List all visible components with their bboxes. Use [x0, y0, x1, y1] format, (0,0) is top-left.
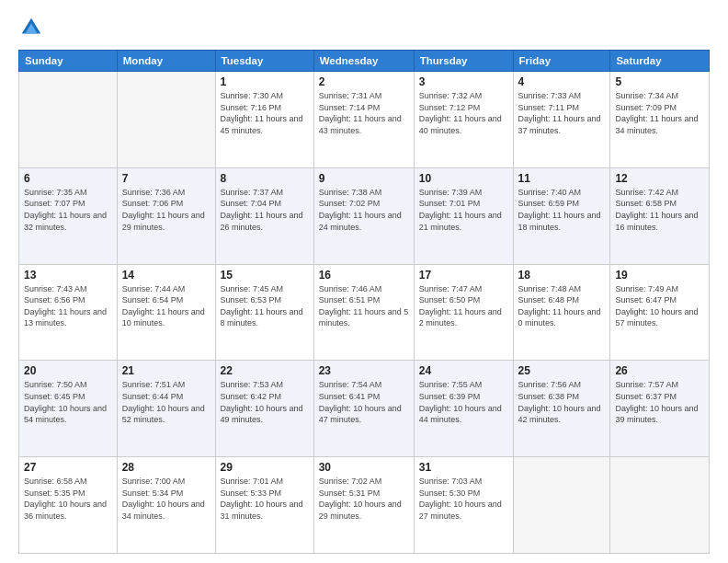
day-number: 10 — [419, 172, 508, 185]
calendar: SundayMondayTuesdayWednesdayThursdayFrid… — [18, 50, 710, 554]
calendar-cell: 18Sunrise: 7:48 AM Sunset: 6:48 PM Dayli… — [513, 264, 610, 361]
calendar-cell: 3Sunrise: 7:32 AM Sunset: 7:12 PM Daylig… — [414, 72, 513, 168]
day-number: 1 — [221, 75, 309, 88]
calendar-cell: 14Sunrise: 7:44 AM Sunset: 6:54 PM Dayli… — [117, 264, 215, 361]
day-of-week-header: Friday — [513, 51, 610, 72]
calendar-week-row: 13Sunrise: 7:43 AM Sunset: 6:56 PM Dayli… — [19, 264, 710, 361]
day-number: 22 — [221, 364, 309, 377]
day-info: Sunrise: 7:38 AM Sunset: 7:02 PM Dayligh… — [319, 187, 409, 233]
calendar-cell: 5Sunrise: 7:34 AM Sunset: 7:09 PM Daylig… — [610, 72, 710, 168]
day-of-week-header: Saturday — [610, 51, 710, 72]
day-info: Sunrise: 7:31 AM Sunset: 7:14 PM Dayligh… — [319, 90, 409, 136]
calendar-cell: 2Sunrise: 7:31 AM Sunset: 7:14 PM Daylig… — [313, 72, 414, 168]
calendar-cell: 20Sunrise: 7:50 AM Sunset: 6:45 PM Dayli… — [19, 361, 118, 457]
day-info: Sunrise: 7:00 AM Sunset: 5:34 PM Dayligh… — [122, 476, 210, 522]
day-of-week-header: Monday — [117, 51, 215, 72]
calendar-cell: 4Sunrise: 7:33 AM Sunset: 7:11 PM Daylig… — [513, 72, 610, 168]
day-number: 25 — [518, 364, 606, 377]
day-info: Sunrise: 7:03 AM Sunset: 5:30 PM Dayligh… — [419, 476, 508, 522]
calendar-cell: 7Sunrise: 7:36 AM Sunset: 7:06 PM Daylig… — [117, 167, 215, 264]
calendar-header-row: SundayMondayTuesdayWednesdayThursdayFrid… — [19, 51, 710, 72]
day-of-week-header: Sunday — [19, 51, 118, 72]
day-number: 31 — [419, 461, 508, 474]
day-number: 30 — [319, 461, 409, 474]
calendar-cell: 28Sunrise: 7:00 AM Sunset: 5:34 PM Dayli… — [117, 457, 215, 554]
calendar-cell: 13Sunrise: 7:43 AM Sunset: 6:56 PM Dayli… — [19, 264, 118, 361]
day-info: Sunrise: 7:47 AM Sunset: 6:50 PM Dayligh… — [419, 283, 508, 329]
day-number: 27 — [24, 461, 112, 474]
day-info: Sunrise: 7:50 AM Sunset: 6:45 PM Dayligh… — [24, 379, 112, 425]
calendar-cell: 15Sunrise: 7:45 AM Sunset: 6:53 PM Dayli… — [215, 264, 313, 361]
calendar-cell: 26Sunrise: 7:57 AM Sunset: 6:37 PM Dayli… — [610, 361, 710, 457]
day-number: 17 — [419, 269, 508, 282]
day-info: Sunrise: 7:42 AM Sunset: 6:58 PM Dayligh… — [615, 187, 704, 233]
day-number: 2 — [319, 75, 409, 88]
logo-icon — [18, 15, 44, 40]
day-number: 6 — [24, 172, 112, 185]
day-info: Sunrise: 7:49 AM Sunset: 6:47 PM Dayligh… — [615, 283, 704, 329]
page: SundayMondayTuesdayWednesdayThursdayFrid… — [0, 0, 728, 563]
day-number: 16 — [319, 269, 409, 282]
day-of-week-header: Thursday — [414, 51, 513, 72]
day-number: 15 — [221, 269, 309, 282]
calendar-cell: 25Sunrise: 7:56 AM Sunset: 6:38 PM Dayli… — [513, 361, 610, 457]
day-number: 12 — [615, 172, 704, 185]
day-info: Sunrise: 7:46 AM Sunset: 6:51 PM Dayligh… — [319, 283, 409, 329]
day-info: Sunrise: 7:35 AM Sunset: 7:07 PM Dayligh… — [24, 187, 112, 233]
day-info: Sunrise: 7:01 AM Sunset: 5:33 PM Dayligh… — [221, 476, 309, 522]
day-number: 14 — [122, 269, 210, 282]
calendar-cell: 16Sunrise: 7:46 AM Sunset: 6:51 PM Dayli… — [313, 264, 414, 361]
day-info: Sunrise: 6:58 AM Sunset: 5:35 PM Dayligh… — [24, 476, 112, 522]
day-info: Sunrise: 7:36 AM Sunset: 7:06 PM Dayligh… — [122, 187, 210, 233]
calendar-cell: 11Sunrise: 7:40 AM Sunset: 6:59 PM Dayli… — [513, 167, 610, 264]
day-number: 20 — [24, 364, 112, 377]
calendar-cell: 9Sunrise: 7:38 AM Sunset: 7:02 PM Daylig… — [313, 167, 414, 264]
day-info: Sunrise: 7:48 AM Sunset: 6:48 PM Dayligh… — [518, 283, 606, 329]
calendar-cell: 8Sunrise: 7:37 AM Sunset: 7:04 PM Daylig… — [215, 167, 313, 264]
day-info: Sunrise: 7:37 AM Sunset: 7:04 PM Dayligh… — [221, 187, 309, 233]
calendar-cell — [610, 457, 710, 554]
day-number: 18 — [518, 269, 606, 282]
day-info: Sunrise: 7:55 AM Sunset: 6:39 PM Dayligh… — [419, 379, 508, 425]
day-info: Sunrise: 7:33 AM Sunset: 7:11 PM Dayligh… — [518, 90, 606, 136]
calendar-cell: 31Sunrise: 7:03 AM Sunset: 5:30 PM Dayli… — [414, 457, 513, 554]
day-number: 4 — [518, 75, 606, 88]
calendar-cell: 1Sunrise: 7:30 AM Sunset: 7:16 PM Daylig… — [215, 72, 313, 168]
day-number: 29 — [221, 461, 309, 474]
header — [18, 15, 710, 40]
day-number: 23 — [319, 364, 409, 377]
day-number: 26 — [615, 364, 704, 377]
calendar-cell: 24Sunrise: 7:55 AM Sunset: 6:39 PM Dayli… — [414, 361, 513, 457]
calendar-cell: 10Sunrise: 7:39 AM Sunset: 7:01 PM Dayli… — [414, 167, 513, 264]
day-number: 21 — [122, 364, 210, 377]
logo — [18, 15, 48, 40]
calendar-cell: 23Sunrise: 7:54 AM Sunset: 6:41 PM Dayli… — [313, 361, 414, 457]
calendar-cell: 21Sunrise: 7:51 AM Sunset: 6:44 PM Dayli… — [117, 361, 215, 457]
day-info: Sunrise: 7:45 AM Sunset: 6:53 PM Dayligh… — [221, 283, 309, 329]
day-info: Sunrise: 7:56 AM Sunset: 6:38 PM Dayligh… — [518, 379, 606, 425]
day-info: Sunrise: 7:32 AM Sunset: 7:12 PM Dayligh… — [419, 90, 508, 136]
day-number: 11 — [518, 172, 606, 185]
calendar-cell: 6Sunrise: 7:35 AM Sunset: 7:07 PM Daylig… — [19, 167, 118, 264]
calendar-cell: 22Sunrise: 7:53 AM Sunset: 6:42 PM Dayli… — [215, 361, 313, 457]
day-info: Sunrise: 7:51 AM Sunset: 6:44 PM Dayligh… — [122, 379, 210, 425]
calendar-cell — [513, 457, 610, 554]
calendar-cell: 17Sunrise: 7:47 AM Sunset: 6:50 PM Dayli… — [414, 264, 513, 361]
calendar-week-row: 27Sunrise: 6:58 AM Sunset: 5:35 PM Dayli… — [19, 457, 710, 554]
day-number: 24 — [419, 364, 508, 377]
day-number: 19 — [615, 269, 704, 282]
day-of-week-header: Tuesday — [215, 51, 313, 72]
day-info: Sunrise: 7:57 AM Sunset: 6:37 PM Dayligh… — [615, 379, 704, 425]
calendar-cell: 30Sunrise: 7:02 AM Sunset: 5:31 PM Dayli… — [313, 457, 414, 554]
calendar-cell: 12Sunrise: 7:42 AM Sunset: 6:58 PM Dayli… — [610, 167, 710, 264]
day-number: 7 — [122, 172, 210, 185]
day-info: Sunrise: 7:44 AM Sunset: 6:54 PM Dayligh… — [122, 283, 210, 329]
day-number: 13 — [24, 269, 112, 282]
calendar-cell: 29Sunrise: 7:01 AM Sunset: 5:33 PM Dayli… — [215, 457, 313, 554]
calendar-week-row: 6Sunrise: 7:35 AM Sunset: 7:07 PM Daylig… — [19, 167, 710, 264]
calendar-cell — [117, 72, 215, 168]
day-of-week-header: Wednesday — [313, 51, 414, 72]
day-info: Sunrise: 7:53 AM Sunset: 6:42 PM Dayligh… — [221, 379, 309, 425]
day-number: 28 — [122, 461, 210, 474]
day-info: Sunrise: 7:39 AM Sunset: 7:01 PM Dayligh… — [419, 187, 508, 233]
